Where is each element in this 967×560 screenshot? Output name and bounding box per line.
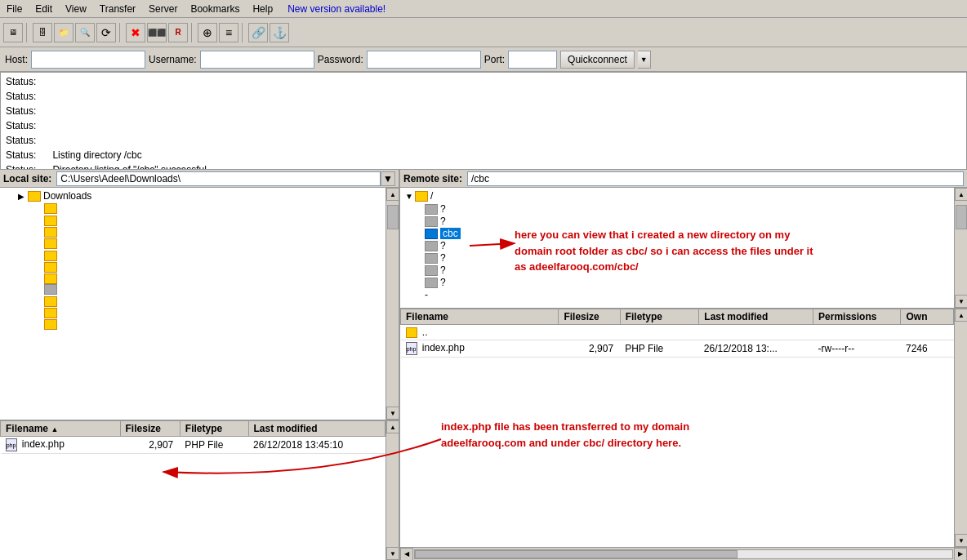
local-tree-item-2[interactable] bbox=[2, 202, 384, 214]
local-tree-item-3[interactable] bbox=[2, 214, 384, 225]
toolbar-btn-5[interactable]: ✖ bbox=[126, 23, 145, 42]
remote-h-scrollbar[interactable]: ◀ ▶ bbox=[400, 547, 967, 560]
remote-tree-scroll-up[interactable]: ▲ bbox=[955, 188, 967, 201]
remote-col-filesize[interactable]: Filesize bbox=[559, 309, 620, 325]
remote-tree-item-q1[interactable]: ? bbox=[402, 202, 952, 215]
remote-tree-item-q4[interactable]: ? bbox=[402, 251, 952, 264]
toolbar-btn-10[interactable]: 🔗 bbox=[248, 23, 268, 42]
local-tree-scroll-track[interactable] bbox=[386, 201, 399, 407]
quickconnect-dropdown[interactable]: ▼ bbox=[638, 51, 651, 69]
remote-h-scroll-right[interactable]: ▶ bbox=[954, 548, 967, 561]
status-line-3: Status: bbox=[6, 104, 961, 118]
port-label: Port: bbox=[484, 54, 505, 65]
menu-bookmarks[interactable]: Bookmarks bbox=[184, 2, 246, 16]
toolbar-sep-2 bbox=[119, 23, 123, 42]
toolbar-new-site[interactable]: 🖥 bbox=[3, 23, 23, 42]
menu-transfer[interactable]: Transfer bbox=[93, 2, 142, 16]
password-input[interactable] bbox=[367, 51, 481, 69]
menu-edit[interactable]: Edit bbox=[29, 2, 59, 16]
local-tree-item-9[interactable] bbox=[2, 284, 384, 295]
local-file-row-index[interactable]: php index.php 2,907 PHP File 26/12/2018 … bbox=[1, 437, 385, 454]
remote-h-scroll-track[interactable] bbox=[414, 549, 953, 559]
remote-tree-scrollbar[interactable]: ▲ ▼ bbox=[954, 188, 967, 308]
toolbar-btn-4[interactable]: ⟳ bbox=[96, 23, 116, 42]
remote-file-row-index[interactable]: php index.php 2,907 PHP File 26/12/2018 … bbox=[401, 340, 954, 358]
toolbar-btn-7[interactable]: R bbox=[168, 23, 188, 42]
local-files-scrollbar[interactable]: ▲ ▼ bbox=[385, 420, 399, 560]
local-col-modified[interactable]: Last modified bbox=[248, 421, 385, 437]
local-col-filesize[interactable]: Filesize bbox=[120, 421, 180, 437]
local-tree-item-12[interactable] bbox=[2, 318, 384, 330]
menu-help[interactable]: Help bbox=[246, 2, 279, 16]
remote-file-row-dotdot[interactable]: .. bbox=[401, 325, 954, 340]
local-tree-item-downloads[interactable]: ▶ Downloads bbox=[2, 189, 384, 202]
quickconnect-button[interactable]: Quickconnect bbox=[560, 51, 635, 69]
local-files-scroll-up[interactable]: ▲ bbox=[386, 420, 399, 433]
local-tree-item-11[interactable] bbox=[2, 307, 384, 318]
remote-site-header: Remote site: bbox=[400, 170, 967, 188]
remote-col-permissions[interactable]: Permissions bbox=[813, 309, 901, 325]
status-line-7: Status: Directory listing of "/cbc" succ… bbox=[6, 162, 961, 170]
php-file-icon: php bbox=[6, 438, 17, 451]
local-tree-item-4[interactable] bbox=[2, 226, 384, 238]
local-files-scroll-track[interactable] bbox=[386, 433, 399, 547]
toolbar-btn-8[interactable]: ⊕ bbox=[198, 23, 217, 42]
remote-tree-item-q5[interactable]: ? bbox=[402, 264, 952, 276]
local-tree-item-7[interactable] bbox=[2, 261, 384, 273]
port-input[interactable] bbox=[508, 51, 557, 69]
local-tree-scrollbar[interactable]: ▲ ▼ bbox=[385, 188, 399, 420]
remote-files-scroll-down[interactable]: ▼ bbox=[955, 534, 967, 547]
local-tree-item-5[interactable] bbox=[2, 238, 384, 249]
remote-tree-item-dash[interactable]: - bbox=[402, 288, 952, 300]
remote-files-scrollbar[interactable]: ▲ ▼ bbox=[954, 309, 967, 547]
remote-tree-scroll-thumb[interactable] bbox=[956, 205, 967, 229]
local-path-dropdown[interactable]: ▼ bbox=[381, 171, 395, 186]
remote-tree-scroll-track[interactable] bbox=[955, 201, 967, 295]
remote-tree-item-q6[interactable]: ? bbox=[402, 276, 952, 288]
menu-server[interactable]: Server bbox=[142, 2, 184, 16]
remote-tree-scroll-down[interactable]: ▼ bbox=[955, 295, 967, 308]
menu-view[interactable]: View bbox=[59, 2, 93, 16]
remote-h-scroll-thumb[interactable] bbox=[415, 550, 738, 558]
toolbar-btn-1[interactable]: 🗄 bbox=[33, 23, 52, 42]
remote-h-scroll-left[interactable]: ◀ bbox=[400, 548, 413, 561]
host-input[interactable] bbox=[31, 51, 145, 69]
remote-tree-item-q3[interactable]: ? bbox=[402, 239, 952, 251]
local-tree-scroll-down[interactable]: ▼ bbox=[386, 407, 399, 420]
remote-files-scroll-track[interactable] bbox=[955, 322, 967, 534]
local-tree-item-6[interactable] bbox=[2, 249, 384, 260]
remote-php-icon: php bbox=[406, 342, 417, 355]
local-files-area: Filename ▲ Filesize Filetype Last modifi… bbox=[0, 420, 385, 560]
local-tree-item-8[interactable] bbox=[2, 273, 384, 284]
menu-file[interactable]: File bbox=[0, 2, 29, 16]
remote-site-label: Remote site: bbox=[403, 173, 462, 184]
cbc-folder-label: cbc bbox=[440, 228, 461, 239]
toolbar-btn-11[interactable]: ⚓ bbox=[270, 23, 289, 42]
remote-tree-item-cbc[interactable]: cbc bbox=[402, 227, 952, 239]
menu-new-version[interactable]: New version available! bbox=[287, 3, 385, 15]
local-path-input[interactable] bbox=[56, 171, 381, 186]
toolbar-btn-9[interactable]: ≡ bbox=[219, 23, 238, 42]
toolbar-btn-3[interactable]: 🔍 bbox=[75, 23, 95, 42]
toolbar-sep-4 bbox=[242, 23, 245, 42]
remote-files-scroll-up[interactable]: ▲ bbox=[955, 309, 967, 322]
username-input[interactable] bbox=[200, 51, 314, 69]
remote-col-filetype[interactable]: Filetype bbox=[620, 309, 699, 325]
local-col-filetype[interactable]: Filetype bbox=[180, 421, 248, 437]
remote-tree-root[interactable]: ▼ / bbox=[402, 189, 952, 202]
remote-col-modified[interactable]: Last modified bbox=[699, 309, 813, 325]
remote-col-owner[interactable]: Own bbox=[901, 309, 954, 325]
local-col-filename[interactable]: Filename ▲ bbox=[1, 421, 121, 437]
remote-col-filename[interactable]: Filename bbox=[401, 309, 559, 325]
toolbar-btn-2[interactable]: 📁 bbox=[54, 23, 74, 42]
local-tree-item-10[interactable] bbox=[2, 295, 384, 306]
remote-tree-item-q2[interactable]: ? bbox=[402, 215, 952, 227]
toolbar-sep-3 bbox=[191, 23, 194, 42]
menu-bar: File Edit View Transfer Server Bookmarks… bbox=[0, 0, 967, 18]
local-tree-scroll-thumb[interactable] bbox=[387, 205, 399, 229]
local-files-scroll-down[interactable]: ▼ bbox=[386, 547, 399, 560]
connection-bar: Host: Username: Password: Port: Quickcon… bbox=[0, 47, 967, 72]
toolbar-btn-6[interactable]: ⬛⬛ bbox=[147, 23, 167, 42]
remote-path-input[interactable] bbox=[467, 171, 964, 186]
local-tree-scroll-up[interactable]: ▲ bbox=[386, 188, 399, 201]
